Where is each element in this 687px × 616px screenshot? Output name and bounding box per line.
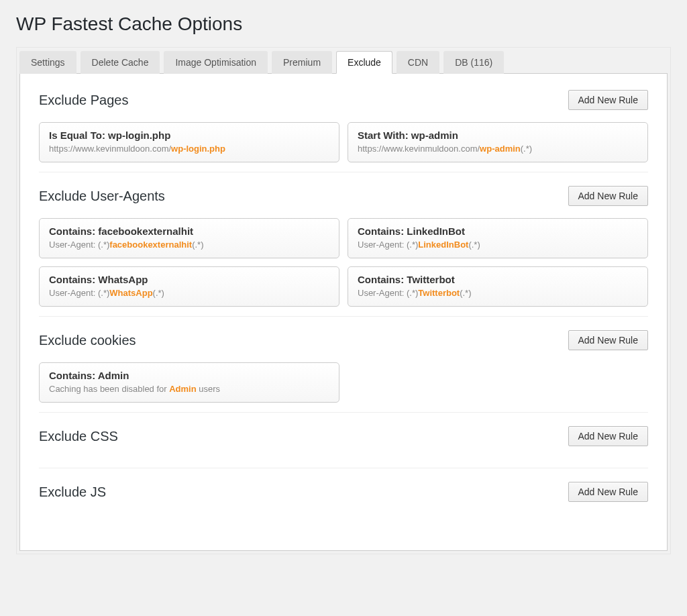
tab-premium[interactable]: Premium — [272, 51, 332, 74]
section-title: Exclude Pages — [39, 93, 128, 108]
rule-subtitle: User-Agent: (.*)Twitterbot(.*) — [358, 288, 638, 298]
rule-title: Start With: wp-admin — [358, 130, 638, 141]
section-title: Exclude User-Agents — [39, 189, 165, 204]
rule-subtitle: User-Agent: (.*)LinkedInBot(.*) — [358, 240, 638, 250]
add-new-rule-button[interactable]: Add New Rule — [568, 426, 649, 446]
rule-title: Is Equal To: wp-login.php — [49, 130, 329, 141]
rule-card[interactable]: Contains: AdminCaching has been disabled… — [39, 362, 339, 403]
rule-subtitle: https://www.kevinmuldoon.com/wp-admin(.*… — [358, 144, 638, 154]
rule-highlight: LinkedInBot — [418, 240, 468, 250]
rule-card[interactable]: Contains: facebookexternalhitUser-Agent:… — [39, 218, 339, 258]
rule-highlight: WhatsApp — [109, 288, 152, 298]
rule-highlight: wp-login.php — [171, 144, 225, 154]
add-new-rule-button[interactable]: Add New Rule — [568, 186, 649, 206]
rule-subtitle: User-Agent: (.*)WhatsApp(.*) — [49, 288, 329, 298]
section-exclude-css: Exclude CSSAdd New Rule — [39, 426, 648, 468]
section-title: Exclude JS — [39, 484, 106, 500]
rule-highlight: facebookexternalhit — [109, 240, 192, 250]
tab-image-optimisation[interactable]: Image Optimisation — [164, 51, 268, 74]
rule-card[interactable]: Start With: wp-adminhttps://www.kevinmul… — [348, 122, 648, 162]
rule-title: Contains: facebookexternalhit — [49, 225, 329, 237]
tab-db-116[interactable]: DB (116) — [443, 51, 504, 74]
rule-grid: Is Equal To: wp-login.phphttps://www.kev… — [39, 122, 648, 162]
tab-settings[interactable]: Settings — [19, 51, 76, 74]
rule-card[interactable]: Contains: TwitterbotUser-Agent: (.*)Twit… — [348, 266, 648, 307]
tab-cdn[interactable]: CDN — [397, 51, 439, 74]
add-new-rule-button[interactable]: Add New Rule — [568, 482, 649, 502]
section-exclude-user-agents: Exclude User-AgentsAdd New RuleContains:… — [39, 186, 648, 317]
rule-grid: Contains: AdminCaching has been disabled… — [39, 362, 648, 403]
rule-card[interactable]: Is Equal To: wp-login.phphttps://www.kev… — [39, 122, 339, 162]
section-exclude-pages: Exclude PagesAdd New RuleIs Equal To: wp… — [39, 90, 648, 172]
section-exclude-js: Exclude JSAdd New Rule — [39, 482, 648, 523]
rule-subtitle: Caching has been disabled for Admin user… — [49, 384, 329, 394]
add-new-rule-button[interactable]: Add New Rule — [568, 90, 649, 110]
page-title: WP Fastest Cache Options — [16, 13, 671, 35]
rule-title: Contains: Admin — [49, 370, 329, 381]
rule-subtitle: User-Agent: (.*)facebookexternalhit(.*) — [49, 240, 329, 250]
add-new-rule-button[interactable]: Add New Rule — [568, 330, 649, 350]
section-title: Exclude CSS — [39, 429, 118, 444]
tab-bar: SettingsDelete CacheImage OptimisationPr… — [17, 48, 670, 73]
settings-panel: SettingsDelete CacheImage OptimisationPr… — [16, 47, 671, 554]
rule-highlight: Admin — [169, 384, 196, 394]
rule-highlight: Twitterbot — [418, 288, 460, 298]
rule-title: Contains: LinkedInBot — [358, 225, 638, 237]
rule-highlight: wp-admin — [480, 144, 521, 154]
tab-exclude[interactable]: Exclude — [336, 51, 392, 74]
rule-grid: Contains: facebookexternalhitUser-Agent:… — [39, 218, 648, 307]
rule-card[interactable]: Contains: WhatsAppUser-Agent: (.*)WhatsA… — [39, 266, 339, 307]
section-exclude-cookies: Exclude cookiesAdd New RuleContains: Adm… — [39, 330, 648, 413]
rule-title: Contains: WhatsApp — [49, 274, 329, 285]
tab-body-exclude: Exclude PagesAdd New RuleIs Equal To: wp… — [19, 73, 668, 551]
rule-title: Contains: Twitterbot — [358, 274, 638, 285]
rule-subtitle: https://www.kevinmuldoon.com/wp-login.ph… — [49, 144, 329, 154]
rule-card[interactable]: Contains: LinkedInBotUser-Agent: (.*)Lin… — [348, 218, 648, 258]
tab-delete-cache[interactable]: Delete Cache — [81, 51, 160, 74]
section-title: Exclude cookies — [39, 333, 136, 348]
